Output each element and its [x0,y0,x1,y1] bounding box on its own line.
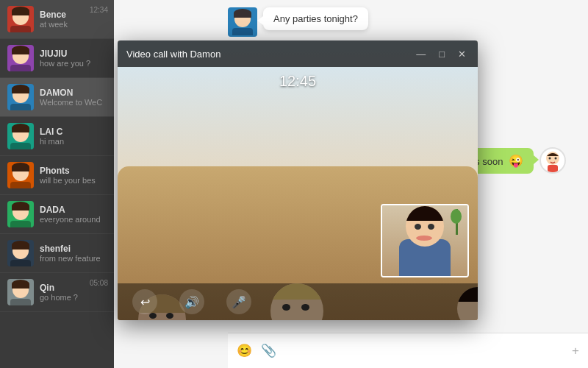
mic-icon: 🎤 [232,295,246,309]
avatar-dada [7,201,34,227]
contact-preview-shenfei: from new feature [40,254,107,263]
modal-titlebar: Video call with Damon — □ ✕ [118,40,478,67]
avatar-shenfei [7,240,34,266]
contact-preview-laic: hi man [40,137,107,146]
contact-preview-dada: everyone around [40,215,107,224]
avatar-laic [7,123,34,149]
maruko-avatar [539,147,566,174]
damon-speech-bubble: Any parties tonight? [263,7,368,30]
contact-name-phonts: Phonts [40,166,107,176]
minimize-button[interactable]: — [413,49,429,59]
damon-message-text: Any parties tonight? [273,13,358,24]
contact-info-shenfei: shenfei from new feature [40,244,107,263]
avatar-damon [7,84,34,110]
avatar-jiujiu [7,45,34,71]
sidebar-item-shenfei[interactable]: shenfei from new feature [0,234,114,273]
volume-icon: 🔊 [184,295,199,309]
damon-bubble-area: Any parties tonight? [228,7,368,37]
damon-avatar [228,7,257,37]
share-screen-button[interactable]: ↩ [132,289,157,314]
modal-window-controls: — □ ✕ [413,49,469,59]
contact-list: Bence at week12:34 JIUJIU how are you ? … [0,0,114,368]
sidebar-item-qin[interactable]: Qin go home ?05:08 [0,273,114,312]
contact-name-laic: LAI C [40,127,107,137]
sidebar-item-dada[interactable]: DADA everyone around [0,195,114,234]
contact-info-dada: DADA everyone around [40,205,107,224]
sidebar-item-laic[interactable]: LAI C hi man [0,117,114,156]
sidebar-item-bence[interactable]: Bence at week12:34 [0,0,114,39]
contact-preview-qin: go home ? [40,293,107,302]
close-button[interactable]: ✕ [455,49,469,59]
video-controls-bar: ↩ 🔊 🎤 [118,283,478,320]
sidebar-item-jiujiu[interactable]: JIUJIU how are you ? [0,39,114,78]
svg-point-1 [549,158,551,160]
contact-time-qin: 05:08 [90,279,108,287]
sidebar-item-damon[interactable]: DAMON Welcome to WeC [0,78,114,117]
volume-button[interactable]: 🔊 [179,289,204,314]
contact-name-damon: DAMON [40,88,107,98]
video-call-modal: Video call with Damon — □ ✕ 12:45 [118,40,478,320]
contact-time-bence: 12:34 [90,6,108,14]
chat-input-bar: 😊 📎 + [228,333,588,368]
modal-title: Video call with Damon [126,49,220,60]
contact-preview-damon: Welcome to WeC [40,98,107,107]
contact-preview-phonts: will be your bes [40,176,107,185]
contact-info-phonts: Phonts will be your bes [40,166,107,185]
microphone-button[interactable]: 🎤 [226,289,251,314]
attach-button[interactable]: 📎 [261,343,276,358]
emoji-wink: 😜 [509,155,523,167]
contact-preview-jiujiu: how are you ? [40,59,107,68]
contact-name-jiujiu: JIUJIU [40,49,107,59]
contact-name-dada: DADA [40,205,107,215]
svg-point-2 [555,158,557,160]
maximize-button[interactable]: □ [436,49,448,59]
more-button[interactable]: + [572,344,579,358]
contact-info-jiujiu: JIUJIU how are you ? [40,49,107,68]
message-input[interactable] [285,345,563,356]
contact-info-laic: LAI C hi man [40,127,107,146]
contact-name-shenfei: shenfei [40,244,107,254]
sidebar-item-phonts[interactable]: Phonts will be your bes [0,156,114,195]
contact-preview-bence: at week [40,20,107,29]
pip-selfview [381,204,469,277]
share-icon: ↩ [140,295,150,309]
call-timer: 12:45 [118,73,478,90]
avatar-qin [7,279,34,305]
svg-rect-3 [548,165,558,172]
emoji-button[interactable]: 😊 [237,343,252,358]
avatar-bence [7,6,34,32]
avatar-phonts [7,162,34,188]
contact-info-damon: DAMON Welcome to WeC [40,88,107,107]
